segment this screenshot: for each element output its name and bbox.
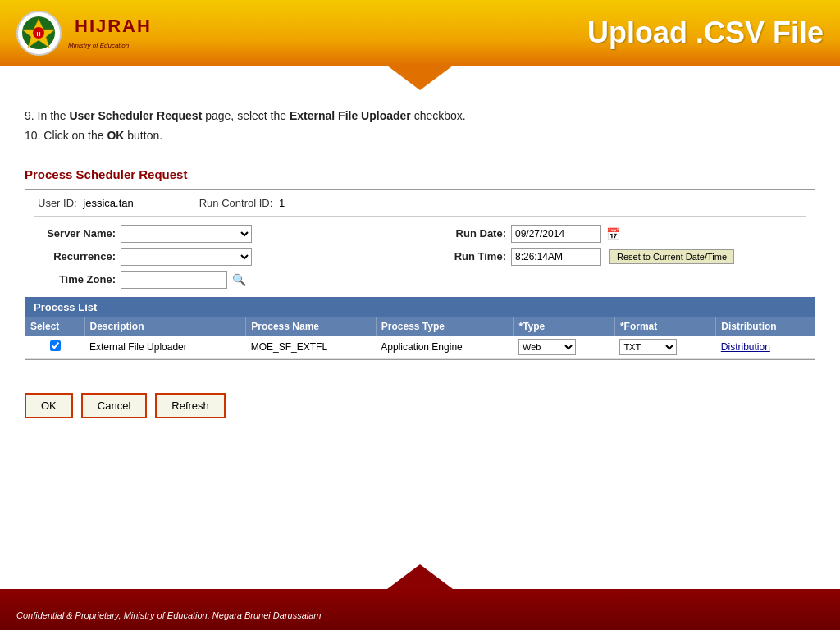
user-info-row: User ID: jessica.tan Run Control ID: 1 (25, 190, 815, 216)
reset-date-button[interactable]: Reset to Current Date/Time (609, 249, 734, 264)
main-content: 9. In the User Scheduler Request page, s… (0, 66, 840, 443)
col-distribution[interactable]: Distribution (716, 317, 815, 336)
row-format[interactable]: TXT PDF CSV (614, 336, 715, 359)
type-select[interactable]: Web Window (518, 339, 576, 355)
server-name-row: Server Name: (38, 225, 412, 243)
bottom-pointer (387, 564, 453, 589)
process-list-section: Process List Select Description Process … (25, 297, 815, 359)
instruction-line2: 10. Click on the OK button. (25, 126, 815, 146)
server-name-label: Server Name: (38, 227, 116, 240)
header-pointer (387, 66, 453, 90)
calendar-icon[interactable]: 📅 (606, 227, 620, 240)
recurrence-row: Recurrence: (38, 248, 412, 266)
process-scheduler-form: User ID: jessica.tan Run Control ID: 1 S… (25, 189, 815, 360)
col-description[interactable]: Description (84, 317, 246, 336)
section-title: Process Scheduler Request (25, 162, 815, 189)
run-control-id-value: 1 (279, 197, 285, 209)
bottom-red: Confidential & Proprietary, Ministry of … (0, 589, 840, 630)
run-time-row: Run Time: Reset to Current Date/Time (428, 248, 802, 266)
table-row: External File Uploader MOE_SF_EXTFL Appl… (25, 336, 815, 359)
time-zone-input[interactable] (121, 271, 227, 289)
header: H HIJRAH Ministry of Education Upload .C… (0, 0, 840, 66)
run-control-id-label: Run Control ID: (199, 197, 273, 209)
row-distribution[interactable]: Distribution (716, 336, 815, 359)
row-description: External File Uploader (84, 336, 246, 359)
run-control-id-field: Run Control ID: 1 (199, 197, 285, 209)
time-zone-row: Time Zone: 🔍 (38, 271, 412, 289)
instruction-line1: 9. In the User Scheduler Request page, s… (25, 107, 815, 126)
format-select[interactable]: TXT PDF CSV (619, 339, 677, 355)
user-id-label: User ID: (38, 197, 77, 209)
logo-area: H HIJRAH Ministry of Education (16, 11, 152, 56)
refresh-button[interactable]: Refresh (155, 393, 226, 418)
ok-button[interactable]: OK (25, 393, 73, 418)
header-title: Upload .CSV File (587, 16, 824, 50)
user-id-field: User ID: jessica.tan (38, 197, 134, 209)
run-date-input[interactable] (511, 225, 601, 243)
row-select-checkbox[interactable] (50, 340, 61, 351)
row-process-type: Application Engine (376, 336, 514, 359)
bottom-area: Confidential & Proprietary, Ministry of … (0, 564, 840, 630)
process-list-table: Select Description Process Name Process … (25, 317, 815, 359)
logo-tagline: Ministry of Education (68, 42, 129, 49)
user-id-value: jessica.tan (83, 197, 133, 209)
search-icon[interactable]: 🔍 (232, 273, 246, 286)
time-zone-label: Time Zone: (38, 273, 116, 285)
server-name-select[interactable] (121, 225, 252, 243)
confidential-text: Confidential & Proprietary, Ministry of … (16, 610, 322, 620)
table-header-row: Select Description Process Name Process … (25, 317, 815, 336)
distribution-link[interactable]: Distribution (721, 341, 770, 353)
row-process-name: MOE_SF_EXTFL (246, 336, 377, 359)
run-time-input[interactable] (511, 248, 601, 266)
col-type[interactable]: *Type (514, 317, 614, 336)
run-date-label: Run Date: (428, 227, 506, 240)
logo-text: HIJRAH (75, 16, 152, 37)
logo-circle: H (16, 11, 62, 56)
logo-icon: H (21, 15, 57, 52)
col-select[interactable]: Select (25, 317, 84, 336)
button-area: OK Cancel Refresh (25, 377, 815, 427)
row-type[interactable]: Web Window (514, 336, 614, 359)
svg-text:H: H (36, 31, 40, 37)
run-date-row: Run Date: 📅 (428, 225, 802, 243)
row-select-cell[interactable] (25, 336, 84, 359)
col-process-name[interactable]: Process Name (246, 317, 377, 336)
recurrence-label: Recurrence: (38, 250, 116, 262)
recurrence-select[interactable] (121, 248, 252, 266)
cancel-button[interactable]: Cancel (81, 393, 147, 418)
run-time-label: Run Time: (428, 250, 506, 262)
form-fields: Server Name: Recurrence: Time Zone: 🔍 (25, 217, 815, 297)
instructions: 9. In the User Scheduler Request page, s… (25, 107, 815, 146)
process-list-header: Process List (25, 297, 815, 317)
col-process-type[interactable]: Process Type (376, 317, 514, 336)
col-format[interactable]: *Format (614, 317, 715, 336)
